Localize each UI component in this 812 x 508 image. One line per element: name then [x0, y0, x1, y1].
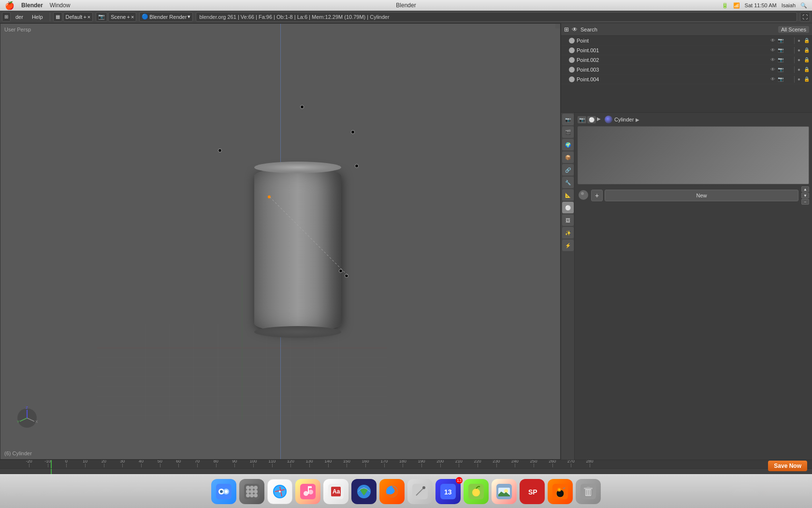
window-title: Blender [396, 2, 416, 9]
ruler-tick--20 [29, 463, 29, 467]
dock-drawboard[interactable] [407, 479, 433, 504]
renderer-icon: 🔵 [142, 14, 148, 20]
material-add-button[interactable]: + [591, 190, 603, 201]
point003-camera-icon[interactable]: 📷 [777, 66, 784, 73]
dock-fruitjuice[interactable] [464, 479, 489, 504]
render-mode-icon[interactable]: 📷 [96, 12, 107, 22]
point004-lock-icon[interactable]: 🔒 [803, 76, 810, 83]
ruler-label--10: -10 [44, 460, 51, 463]
object-icon-small: ⚪ [587, 116, 596, 123]
material-new-button[interactable]: New [605, 190, 798, 201]
outliner-item-point002[interactable]: Point.002 👁 📷 ● 🔒 [561, 55, 812, 65]
dock-google-earth[interactable] [351, 479, 377, 504]
apple-menu[interactable]: 🍎 [5, 1, 14, 10]
renderer-selector[interactable]: 🔵 Blender Render ▾ [139, 12, 193, 22]
point-camera-icon[interactable]: 📷 [777, 37, 784, 44]
scene-selector[interactable]: Scene + × [108, 12, 136, 22]
point002-camera-icon[interactable]: 📷 [777, 57, 784, 63]
tab-world[interactable]: 🌍 [562, 139, 574, 150]
svg-point-28 [581, 192, 584, 195]
ruler-tick-220 [478, 463, 478, 467]
all-scenes-selector[interactable]: All Scenes [778, 26, 809, 33]
tab-scene[interactable]: 🎬 [562, 126, 574, 138]
tab-modifier[interactable]: 🔧 [562, 177, 574, 188]
ruler-label-120: 120 [287, 460, 294, 463]
point004-render-icon[interactable]: ● [796, 76, 802, 83]
ruler-label-40: 40 [139, 460, 144, 463]
save-now-button[interactable]: Save Now [768, 461, 807, 471]
point001-lock-icon[interactable]: 🔒 [803, 47, 810, 54]
svg-text:Aa: Aa [333, 488, 340, 495]
selection-dot-6 [345, 274, 348, 278]
outliner-item-point004[interactable]: Point.004 👁 📷 ● 🔒 [561, 75, 812, 84]
timeline-ruler[interactable]: -20-100102030405060708090100110120130140… [0, 460, 812, 469]
search-icon[interactable]: 🔍 [800, 2, 807, 9]
3d-viewport[interactable]: User Persp [0, 23, 561, 460]
outliner-item-point001[interactable]: Point.001 👁 📷 ● 🔒 [561, 45, 812, 55]
material-scroll-down[interactable]: ▼ [801, 193, 809, 198]
tab-constraint[interactable]: 🔗 [562, 164, 574, 176]
tab-particles[interactable]: ✨ [562, 227, 574, 239]
tab-material[interactable]: ⚪ [562, 202, 574, 213]
dock-badge-13[interactable]: 13 13 [435, 479, 461, 504]
layout-selector[interactable]: Default + × [63, 12, 93, 22]
tab-physics[interactable]: ⚡ [562, 239, 574, 251]
point-render-icon[interactable]: ● [796, 37, 802, 44]
point003-eye-icon[interactable]: 👁 [769, 66, 776, 73]
point004-eye-icon[interactable]: 👁 [769, 76, 776, 83]
window-menu[interactable]: Window [50, 2, 71, 9]
menu-item-help[interactable]: Help [28, 13, 47, 21]
point003-render-icon[interactable]: ● [796, 66, 802, 73]
point001-eye-icon[interactable]: 👁 [769, 47, 776, 54]
scene-label: Scene [111, 14, 126, 20]
point003-separator [785, 66, 795, 73]
dock-photos[interactable] [492, 479, 517, 504]
svg-text:13: 13 [444, 488, 452, 496]
material-scroll-remove[interactable]: − [801, 199, 809, 205]
outliner-search-label[interactable]: Search [580, 27, 597, 32]
point-lock-icon[interactable]: 🔒 [803, 37, 810, 44]
scene-icon-box[interactable]: ▦ [53, 12, 62, 22]
point001-camera-icon[interactable]: 📷 [777, 47, 784, 54]
tab-data[interactable]: 📐 [562, 189, 574, 201]
tab-texture[interactable]: 🖼 [562, 214, 574, 226]
dock-launchpad[interactable] [239, 479, 264, 504]
dock-finder[interactable] [211, 479, 236, 504]
ruler-tick-210 [459, 463, 459, 467]
outliner-item-point[interactable]: Point 👁 📷 ● 🔒 [561, 36, 812, 45]
fullscreen-toggle[interactable]: ⛶ [800, 12, 810, 22]
ruler-label-10: 10 [83, 460, 87, 463]
point-separator [785, 37, 795, 44]
viewport-resize-handle[interactable] [555, 24, 560, 29]
dock-firefox[interactable] [379, 479, 405, 504]
dock-sp-app[interactable]: SP [520, 479, 545, 504]
material-scroll-up[interactable]: ▲ [801, 186, 809, 192]
selection-dot-3 [351, 130, 355, 134]
ruler-label-30: 30 [120, 460, 125, 463]
ruler-label-100: 100 [249, 460, 257, 463]
tab-object[interactable]: 📦 [562, 151, 574, 163]
dock-itunes[interactable] [295, 479, 320, 504]
svg-point-48 [279, 491, 281, 493]
outliner-item-point003[interactable]: Point.003 👁 📷 ● 🔒 [561, 65, 812, 75]
dock-dictionary[interactable]: Aa [323, 479, 348, 504]
grid-icon: ⊞ [4, 14, 8, 19]
point002-eye-icon[interactable]: 👁 [769, 57, 776, 63]
app-name[interactable]: Blender [21, 2, 43, 9]
point002-render-icon[interactable]: ● [796, 57, 802, 63]
point002-lock-icon[interactable]: 🔒 [803, 57, 810, 63]
dock-safari[interactable] [267, 479, 292, 504]
window-type-selector[interactable]: ⊞ [2, 12, 11, 22]
dock-trash[interactable] [576, 479, 601, 504]
point004-camera-icon[interactable]: 📷 [777, 76, 784, 83]
outliner: ⊞ 👁 Search All Scenes Point 👁 📷 ● 🔒 [561, 23, 812, 113]
tab-render[interactable]: 📷 [562, 114, 574, 125]
dock-blender[interactable] [548, 479, 573, 504]
fullscreen-icon: ⛶ [802, 14, 808, 20]
menu-item-blender[interactable]: der [12, 13, 27, 21]
point-eye-icon[interactable]: 👁 [769, 37, 776, 44]
point003-lock-icon[interactable]: 🔒 [803, 66, 810, 73]
ruler-label-180: 180 [399, 460, 406, 463]
battery-icon: 🔋 [722, 2, 728, 9]
point001-render-icon[interactable]: ● [796, 47, 802, 54]
